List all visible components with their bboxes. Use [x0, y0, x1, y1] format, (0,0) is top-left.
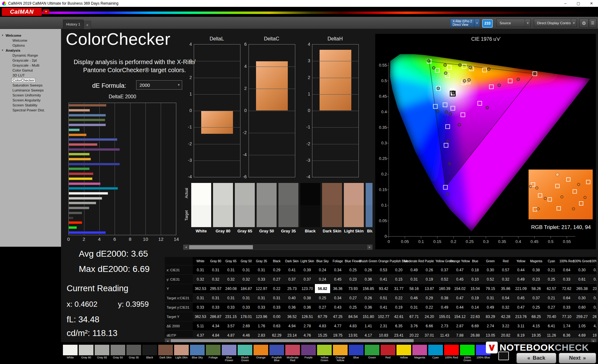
reading-count-badge[interactable]: 233 — [482, 19, 493, 28]
table-cell[interactable]: 2.31 — [376, 321, 391, 330]
table-cell[interactable]: 0.33 — [254, 275, 269, 284]
table-cell[interactable]: 13.91 — [345, 331, 361, 337]
table-cell[interactable]: 36.36 — [330, 284, 345, 293]
table-cell[interactable]: 2.78 — [300, 321, 315, 330]
table-cell[interactable]: 15.04 — [467, 284, 483, 293]
table-cell[interactable]: 0.22 — [269, 284, 284, 293]
table-cell[interactable]: 36.52 — [284, 312, 300, 321]
table-cell[interactable]: 0.20 — [391, 265, 406, 274]
table-cell[interactable]: 0.27 — [544, 303, 559, 312]
table-cell[interactable]: 0.18 — [467, 265, 483, 274]
patch-dark-skin[interactable]: Dark Skin — [322, 183, 342, 233]
table-cell[interactable]: 79.15 — [483, 284, 498, 293]
table-cell[interactable]: 23.11 — [590, 284, 596, 293]
table-cell[interactable]: 0.15 — [590, 265, 596, 274]
bottom-swatch-foliage[interactable]: Foliage — [206, 345, 221, 362]
table-cell[interactable]: 4.83 — [345, 321, 361, 330]
table-cell[interactable]: 4.17 — [361, 331, 376, 337]
table-cell[interactable]: 0.37 — [437, 265, 452, 274]
table-cell[interactable]: 0.47 — [513, 303, 529, 312]
table-cell[interactable]: 0.36 — [361, 303, 376, 312]
table-cell[interactable]: 178.01 — [239, 312, 254, 321]
table-cell[interactable]: 0.31 — [239, 293, 254, 302]
table-cell[interactable]: 160.39 — [437, 284, 452, 293]
table-cell[interactable]: 0.64 — [559, 265, 574, 274]
table-cell[interactable]: 0.45 — [452, 275, 467, 284]
scroll-right-icon[interactable]: ► — [367, 245, 372, 250]
table-cell[interactable]: 0.19 — [467, 293, 483, 302]
table-cell[interactable]: 10.83 — [376, 331, 391, 337]
bottom-swatch-blue-sky[interactable]: Blue Sky — [190, 345, 205, 362]
table-cell[interactable]: 6.36 — [559, 331, 574, 337]
bottom-swatch-yellow-green[interactable]: Yellow Green — [317, 345, 332, 362]
table-cell[interactable]: 0.33 — [254, 303, 269, 312]
table-cell[interactable]: 0.38 — [529, 265, 544, 274]
table-cell[interactable]: 3.11 — [513, 321, 529, 330]
table-cell[interactable]: 0.33 — [559, 303, 574, 312]
table-cell[interactable]: 23.14 — [284, 331, 300, 337]
table-cell[interactable]: 0.43 — [330, 303, 345, 312]
table-cell[interactable]: 6.41 — [544, 321, 559, 330]
bottom-swatch-orange-yellow[interactable]: Orange Yellow — [333, 345, 348, 362]
sidebar-section-welcome[interactable]: ▾Welcome — [0, 33, 61, 38]
bottom-swatch-magenta[interactable]: Magenta — [412, 345, 427, 362]
table-cell[interactable]: 6.69 — [467, 321, 483, 330]
table-cell[interactable]: 0.30 — [574, 293, 590, 302]
table-cell[interactable]: 93.42 — [376, 284, 391, 293]
table-cell[interactable]: 0.29 — [269, 265, 284, 274]
menu-icon[interactable]: ☰ — [589, 19, 596, 28]
table-cell[interactable]: 22.63 — [467, 312, 483, 321]
table-cell[interactable]: 77.10 — [559, 312, 574, 321]
table-cell[interactable]: 67.71 — [406, 312, 422, 321]
table-cell[interactable]: 4.46 — [239, 331, 254, 337]
table-cell[interactable]: 0.32 — [498, 303, 513, 312]
patch-gray-65[interactable]: Gray 65 — [235, 183, 255, 233]
table-cell[interactable]: 0.26 — [422, 265, 437, 274]
sidebar-section-analysis[interactable]: ▾Analysis — [0, 48, 61, 53]
table-cell[interactable]: 11.26 — [544, 331, 559, 337]
minimize-button[interactable]: – — [559, 0, 572, 7]
bottom-swatch-orange[interactable]: Orange — [254, 345, 268, 362]
table-cell[interactable]: 0.15 — [391, 275, 406, 284]
table-cell[interactable]: 295.57 — [208, 284, 223, 293]
table-cell[interactable]: 0.57 — [498, 265, 513, 274]
sidebar-item-dynamic-range[interactable]: Dynamic Range — [0, 53, 61, 58]
table-cell[interactable]: 15.25 — [315, 331, 330, 337]
sidebar-item-options[interactable]: Options — [0, 43, 61, 48]
table-cell[interactable]: 0.33 — [208, 303, 223, 312]
table-cell[interactable]: 0.36 — [361, 275, 376, 284]
table-cell[interactable]: 0.33 — [223, 303, 239, 312]
table-cell[interactable]: 84.54 — [345, 312, 361, 321]
table-cell[interactable]: 0.52 — [483, 275, 498, 284]
swatch-strip-scrollbar[interactable]: ◄ ► — [183, 245, 373, 250]
table-cell[interactable]: 0.29 — [422, 293, 437, 302]
bottom-swatch-white[interactable]: White — [63, 345, 78, 362]
table-cell[interactable]: 62.57 — [544, 284, 559, 293]
sidebar-item-colorchecker[interactable]: ColorChecker — [0, 78, 61, 83]
table-cell[interactable]: 0.34 — [330, 265, 345, 274]
table-cell[interactable]: 0.31 — [406, 275, 422, 284]
table-cell[interactable]: 58.16 — [406, 284, 422, 293]
table-cell[interactable]: 0.37 — [284, 275, 300, 284]
table-cell[interactable]: 0.41 — [376, 303, 391, 312]
bottom-swatch-blue[interactable]: Blue — [349, 345, 363, 362]
table-cell[interactable]: 221.09 — [513, 284, 529, 293]
bottom-swatch-purplish-blue[interactable]: Purplish Blue — [269, 345, 284, 362]
patch-gray-50[interactable]: Gray 50 — [257, 183, 277, 233]
table-cell[interactable]: 0.33 — [269, 303, 284, 312]
bottom-swatch-100-green[interactable]: 100% Green — [460, 345, 475, 362]
table-cell[interactable]: 0.38 — [300, 293, 315, 302]
maximize-button[interactable]: ▢ — [572, 0, 585, 7]
sidebar-item-screen-uniformity[interactable]: Screen Uniformity — [0, 93, 61, 98]
bottom-swatch-blue-flower[interactable]: Blue Flower — [222, 345, 236, 362]
bottom-swatch-light-skin[interactable]: Light Skin — [174, 345, 189, 362]
table-cell[interactable]: 0.31 — [223, 265, 239, 274]
bottom-swatch-gray-35[interactable]: Gray 35 — [126, 345, 141, 362]
table-cell[interactable]: 25.73 — [284, 284, 300, 293]
next-button[interactable]: Next » — [559, 353, 596, 363]
close-button[interactable]: ✕ — [585, 0, 598, 7]
table-cell[interactable]: 0.49 — [437, 303, 452, 312]
table-cell[interactable]: 0.31 — [269, 293, 284, 302]
table-cell[interactable]: 0.06 — [590, 303, 596, 312]
table-cell[interactable]: 0.45 — [513, 293, 529, 302]
